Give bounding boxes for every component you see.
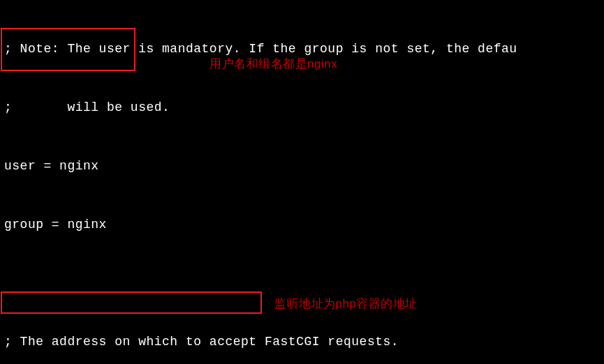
config-line: ; will be used. [0, 98, 604, 117]
config-line [0, 273, 604, 293]
terminal-view: ; Note: The user is mandatory. If the gr… [0, 0, 604, 364]
annotation-user-group: 用户名和组名都是nginx [209, 54, 337, 74]
annotation-listen: 监听地址为php容器的地址 [274, 294, 418, 314]
highlight-box-listen [1, 291, 262, 314]
config-line-group: group = nginx [0, 215, 604, 234]
config-line: ; The address on which to accept FastCGI… [0, 332, 604, 351]
config-line-user: user = nginx [0, 156, 604, 176]
